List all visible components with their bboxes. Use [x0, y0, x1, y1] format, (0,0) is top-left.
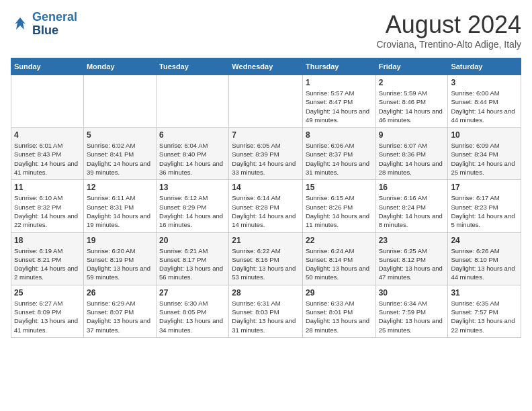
calendar-cell-5-7: 31Sunrise: 6:35 AMSunset: 7:57 PMDayligh…	[448, 285, 521, 337]
day-number: 26	[87, 288, 153, 298]
day-number: 5	[87, 130, 153, 140]
day-info: Sunrise: 6:25 AMSunset: 8:12 PMDaylight:…	[379, 246, 445, 282]
calendar-cell-5-4: 28Sunrise: 6:31 AMSunset: 8:03 PMDayligh…	[229, 285, 303, 337]
calendar-cell-4-1: 18Sunrise: 6:19 AMSunset: 8:21 PMDayligh…	[11, 232, 84, 285]
day-info: Sunrise: 6:12 AMSunset: 8:29 PMDaylight:…	[159, 193, 226, 229]
day-number: 9	[379, 130, 445, 140]
calendar-cell-4-3: 20Sunrise: 6:21 AMSunset: 8:17 PMDayligh…	[157, 232, 229, 285]
day-number: 10	[451, 130, 518, 140]
calendar-table: SundayMondayTuesdayWednesdayThursdayFrid…	[11, 58, 521, 338]
day-info: Sunrise: 6:01 AMSunset: 8:43 PMDaylight:…	[14, 141, 81, 177]
day-info: Sunrise: 6:11 AMSunset: 8:31 PMDaylight:…	[87, 193, 153, 229]
day-number: 20	[159, 236, 226, 245]
day-number: 1	[306, 78, 373, 87]
calendar-cell-3-5: 15Sunrise: 6:15 AMSunset: 8:26 PMDayligh…	[302, 180, 375, 232]
calendar-cell-1-2	[83, 75, 156, 128]
day-number: 30	[379, 288, 445, 298]
day-info: Sunrise: 6:06 AMSunset: 8:37 PMDaylight:…	[306, 141, 373, 177]
calendar-cell-3-2: 12Sunrise: 6:11 AMSunset: 8:31 PMDayligh…	[83, 180, 156, 232]
day-number: 18	[14, 236, 81, 245]
calendar-cell-1-6: 2Sunrise: 5:59 AMSunset: 8:46 PMDaylight…	[375, 75, 448, 128]
day-number: 23	[379, 236, 445, 245]
day-info: Sunrise: 5:57 AMSunset: 8:47 PMDaylight:…	[306, 89, 373, 124]
title-area: August 2024 Croviana, Trentino-Alto Adig…	[376, 11, 521, 50]
day-number: 27	[159, 288, 226, 298]
weekday-header-monday: Monday	[83, 58, 156, 75]
day-number: 15	[306, 183, 373, 192]
day-info: Sunrise: 6:21 AMSunset: 8:17 PMDaylight:…	[159, 246, 226, 282]
day-info: Sunrise: 6:10 AMSunset: 8:32 PMDaylight:…	[14, 193, 81, 229]
day-number: 13	[159, 183, 226, 192]
day-number: 7	[232, 130, 300, 140]
day-info: Sunrise: 6:00 AMSunset: 8:44 PMDaylight:…	[451, 89, 518, 124]
day-number: 19	[87, 236, 153, 245]
day-info: Sunrise: 6:19 AMSunset: 8:21 PMDaylight:…	[14, 246, 81, 282]
calendar-cell-2-5: 8Sunrise: 6:06 AMSunset: 8:37 PMDaylight…	[302, 128, 375, 180]
day-info: Sunrise: 6:05 AMSunset: 8:39 PMDaylight:…	[232, 141, 300, 177]
day-number: 3	[451, 78, 518, 87]
day-info: Sunrise: 6:35 AMSunset: 7:57 PMDaylight:…	[451, 299, 518, 334]
day-number: 11	[14, 183, 81, 192]
weekday-header-tuesday: Tuesday	[157, 58, 229, 75]
header: General Blue August 2024 Croviana, Trent…	[11, 11, 521, 50]
day-info: Sunrise: 6:31 AMSunset: 8:03 PMDaylight:…	[232, 299, 300, 334]
day-number: 17	[451, 183, 518, 192]
day-info: Sunrise: 6:17 AMSunset: 8:23 PMDaylight:…	[451, 193, 518, 229]
day-info: Sunrise: 6:34 AMSunset: 7:59 PMDaylight:…	[379, 299, 445, 334]
calendar-cell-3-4: 14Sunrise: 6:14 AMSunset: 8:28 PMDayligh…	[229, 180, 303, 232]
weekday-header-sunday: Sunday	[11, 58, 84, 75]
calendar-cell-5-5: 29Sunrise: 6:33 AMSunset: 8:01 PMDayligh…	[302, 285, 375, 337]
calendar-cell-2-3: 6Sunrise: 6:04 AMSunset: 8:40 PMDaylight…	[157, 128, 229, 180]
logo-text: General Blue	[32, 11, 77, 38]
calendar-cell-4-6: 23Sunrise: 6:25 AMSunset: 8:12 PMDayligh…	[375, 232, 448, 285]
calendar-cell-3-3: 13Sunrise: 6:12 AMSunset: 8:29 PMDayligh…	[157, 180, 229, 232]
day-number: 24	[451, 236, 518, 245]
calendar-cell-2-4: 7Sunrise: 6:05 AMSunset: 8:39 PMDaylight…	[229, 128, 303, 180]
day-info: Sunrise: 6:16 AMSunset: 8:24 PMDaylight:…	[379, 193, 445, 229]
location-subtitle: Croviana, Trentino-Alto Adige, Italy	[376, 39, 521, 50]
calendar-cell-5-1: 25Sunrise: 6:27 AMSunset: 8:09 PMDayligh…	[11, 285, 84, 337]
day-number: 29	[306, 288, 373, 298]
calendar-cell-1-1	[11, 75, 84, 128]
day-number: 2	[379, 78, 445, 87]
weekday-header-wednesday: Wednesday	[229, 58, 303, 75]
day-number: 25	[14, 288, 81, 298]
day-info: Sunrise: 6:26 AMSunset: 8:10 PMDaylight:…	[451, 246, 518, 282]
day-number: 12	[87, 183, 153, 192]
day-number: 6	[159, 130, 226, 140]
day-info: Sunrise: 6:33 AMSunset: 8:01 PMDaylight:…	[306, 299, 373, 334]
day-number: 14	[232, 183, 300, 192]
day-info: Sunrise: 6:22 AMSunset: 8:16 PMDaylight:…	[232, 246, 300, 282]
day-number: 16	[379, 183, 445, 192]
calendar-cell-1-5: 1Sunrise: 5:57 AMSunset: 8:47 PMDaylight…	[302, 75, 375, 128]
calendar-cell-2-6: 9Sunrise: 6:07 AMSunset: 8:36 PMDaylight…	[375, 128, 448, 180]
calendar-cell-4-2: 19Sunrise: 6:20 AMSunset: 8:19 PMDayligh…	[83, 232, 156, 285]
calendar-cell-3-1: 11Sunrise: 6:10 AMSunset: 8:32 PMDayligh…	[11, 180, 84, 232]
day-info: Sunrise: 6:15 AMSunset: 8:26 PMDaylight:…	[306, 193, 373, 229]
weekday-header-saturday: Saturday	[448, 58, 521, 75]
day-number: 4	[14, 130, 81, 140]
month-title: August 2024	[376, 11, 521, 39]
weekday-header-friday: Friday	[375, 58, 448, 75]
day-number: 28	[232, 288, 300, 298]
day-number: 21	[232, 236, 300, 245]
calendar-cell-1-4	[229, 75, 303, 128]
day-info: Sunrise: 6:24 AMSunset: 8:14 PMDaylight:…	[306, 246, 373, 282]
calendar-cell-4-7: 24Sunrise: 6:26 AMSunset: 8:10 PMDayligh…	[448, 232, 521, 285]
calendar-cell-5-3: 27Sunrise: 6:30 AMSunset: 8:05 PMDayligh…	[157, 285, 229, 337]
calendar-cell-5-2: 26Sunrise: 6:29 AMSunset: 8:07 PMDayligh…	[83, 285, 156, 337]
calendar-cell-5-6: 30Sunrise: 6:34 AMSunset: 7:59 PMDayligh…	[375, 285, 448, 337]
day-info: Sunrise: 6:14 AMSunset: 8:28 PMDaylight:…	[232, 193, 300, 229]
logo: General Blue	[11, 11, 77, 38]
day-number: 8	[306, 130, 373, 140]
day-info: Sunrise: 5:59 AMSunset: 8:46 PMDaylight:…	[379, 89, 445, 124]
calendar-cell-4-4: 21Sunrise: 6:22 AMSunset: 8:16 PMDayligh…	[229, 232, 303, 285]
day-info: Sunrise: 6:27 AMSunset: 8:09 PMDaylight:…	[14, 299, 81, 334]
day-info: Sunrise: 6:09 AMSunset: 8:34 PMDaylight:…	[451, 141, 518, 177]
day-info: Sunrise: 6:07 AMSunset: 8:36 PMDaylight:…	[379, 141, 445, 177]
day-info: Sunrise: 6:30 AMSunset: 8:05 PMDaylight:…	[159, 299, 226, 334]
calendar-cell-4-5: 22Sunrise: 6:24 AMSunset: 8:14 PMDayligh…	[302, 232, 375, 285]
day-info: Sunrise: 6:20 AMSunset: 8:19 PMDaylight:…	[87, 246, 153, 282]
calendar-cell-2-1: 4Sunrise: 6:01 AMSunset: 8:43 PMDaylight…	[11, 128, 84, 180]
weekday-header-thursday: Thursday	[302, 58, 375, 75]
